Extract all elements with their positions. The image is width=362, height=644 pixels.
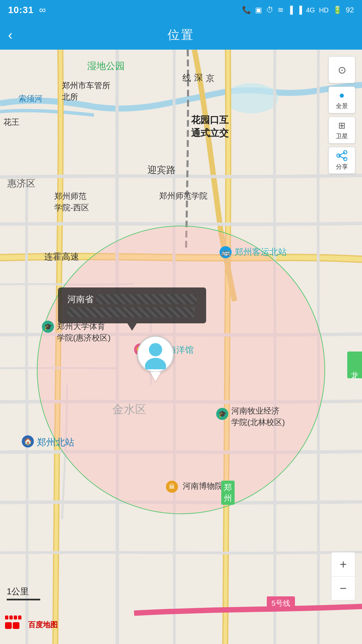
satellite-label: 卫星 xyxy=(336,132,348,140)
svg-rect-9 xyxy=(5,622,12,629)
label-zhengzhou-normal-west: 郑州师范学院-西区 xyxy=(54,191,89,213)
label-huayuankou: 花园口互通式立交 xyxy=(191,113,229,140)
address-line1: 河南省 xyxy=(67,293,197,305)
label-bus-station-north: 郑州客运北站 xyxy=(235,246,287,258)
address-line2 xyxy=(67,307,197,317)
zoom-controls: + − xyxy=(331,552,355,600)
label-henan-museum: 河南博物院 xyxy=(183,481,223,491)
scale-label: 1公里 xyxy=(7,586,29,597)
sim-icon: ▣ xyxy=(255,6,262,14)
hd-icon: HD xyxy=(319,6,329,14)
label-lianhuo-highway: 连霍高速 xyxy=(44,251,79,263)
map-container[interactable]: 湿地公园 索须河 花王 郑州市车管所北所 花园口互通式立交 惠济区 迎宾路 郑州… xyxy=(0,50,362,644)
page-title: 位置 xyxy=(168,27,194,43)
svg-rect-12 xyxy=(9,615,13,620)
status-time: 10:31 xyxy=(8,5,34,15)
svg-point-3 xyxy=(145,358,166,369)
wifi-icon: ≋ xyxy=(278,6,284,14)
label-zhengzhou-normal: 郑州师范学院 xyxy=(159,191,207,201)
zoom-out-button[interactable]: − xyxy=(331,576,355,600)
address-blur2 xyxy=(67,307,195,317)
scale-line xyxy=(7,599,40,600)
status-icons: 📞 ▣ ⏱ ≋ ▐ ▐ 4G HD 🔋 92 xyxy=(242,6,354,14)
title-bar: ‹ 位置 xyxy=(0,20,362,50)
signal2-icon: ▐ xyxy=(297,6,302,14)
icon-henan-museum: 🏛 xyxy=(166,481,178,493)
4g-icon: 4G xyxy=(306,6,315,14)
infinity-icon: ∞ xyxy=(39,5,46,15)
svg-rect-10 xyxy=(13,622,19,629)
label-suoxu-river: 索须河 xyxy=(18,93,43,104)
svg-rect-14 xyxy=(18,615,21,620)
baidu-icon xyxy=(3,615,27,634)
metro-line-badge: 5号线 xyxy=(267,596,295,610)
location-radius-circle xyxy=(37,226,325,514)
label-wetland-park: 湿地公园 xyxy=(87,60,125,72)
label-zhengzhou-partial: 郑州 xyxy=(221,481,235,505)
baidu-text: 百度地图 xyxy=(28,620,58,630)
share-button[interactable]: 分享 xyxy=(328,147,355,174)
signal-icon: ▐ xyxy=(288,6,293,14)
label-jinshui-district: 金水区 xyxy=(112,402,146,417)
label-cheguan: 郑州市车管所北所 xyxy=(62,80,110,102)
share-icon xyxy=(336,150,348,161)
baidu-logo: 百度地图 xyxy=(3,615,58,634)
scale-bar: 1公里 xyxy=(7,586,40,600)
label-yingbin-road: 迎宾路 xyxy=(147,164,176,176)
label-zhengda-sports: 郑州大学体育学院(惠济校区) xyxy=(57,321,111,343)
icon-zhengzhou-north-station: 🏠 xyxy=(22,435,34,447)
svg-point-1 xyxy=(225,83,278,113)
icon-henan-muye: 🎓 xyxy=(216,408,228,420)
svg-rect-11 xyxy=(5,615,8,620)
status-left: 10:31 ∞ xyxy=(8,5,46,15)
icon-bus-station: 🚌 xyxy=(220,246,232,258)
address-blur1 xyxy=(96,294,197,304)
status-bar: 10:31 ∞ 📞 ▣ ⏱ ≋ ▐ ▐ 4G HD 🔋 92 xyxy=(0,0,362,20)
label-zhengzhou-north-station: 郑州北站 xyxy=(37,436,74,449)
province-text: 河南省 xyxy=(67,293,94,305)
address-tooltip: 河南省 xyxy=(58,287,206,323)
satellite-icon: ⊞ xyxy=(338,120,346,131)
label-huiji-district: 惠济区 xyxy=(7,177,36,190)
user-avatar-icon xyxy=(140,339,171,369)
zoom-in-button[interactable]: + xyxy=(331,552,355,576)
panorama-button[interactable]: ● 全景 xyxy=(328,87,355,113)
pin-tail xyxy=(150,372,161,381)
svg-rect-13 xyxy=(14,615,17,620)
panorama-icon: ● xyxy=(339,90,345,101)
call-icon: 📞 xyxy=(242,6,251,14)
location-button[interactable]: ⊙ xyxy=(328,56,355,83)
panorama-label: 全景 xyxy=(336,102,348,110)
icon-zhengda-sports: 🎓 xyxy=(42,321,54,333)
label-huawang: 花王 xyxy=(3,117,19,127)
pin-circle xyxy=(137,336,174,373)
green-strip-label: 龙 xyxy=(347,352,362,378)
battery-level: 92 xyxy=(346,6,354,14)
location-icon: ⊙ xyxy=(338,64,346,76)
label-henan-muye: 河南牧业经济学院(北林校区) xyxy=(231,405,285,428)
satellite-button[interactable]: ⊞ 卫星 xyxy=(328,117,355,144)
clock-icon: ⏱ xyxy=(266,6,274,14)
share-label: 分享 xyxy=(336,163,348,171)
back-button[interactable]: ‹ xyxy=(8,28,12,42)
map-controls: ⊙ ● 全景 ⊞ 卫星 分享 xyxy=(328,56,355,174)
location-pin xyxy=(137,336,174,381)
svg-point-2 xyxy=(149,343,163,357)
battery-icon: 🔋 xyxy=(333,6,342,14)
